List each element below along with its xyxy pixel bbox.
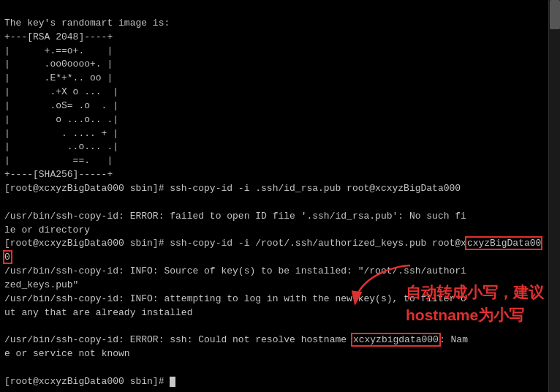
annotation-line1: 自动转成小写，建议 [406,282,544,304]
terminal-output: The key's randomart image is: +---[RSA 2… [0,0,548,392]
terminal-text: The key's randomart image is: +---[RSA 2… [4,18,541,387]
scrollbar-thumb[interactable] [550,0,560,29]
annotation-line2: hostname为小写 [406,304,544,326]
annotation-container: 自动转成小写，建议 hostname为小写 [406,282,544,326]
known-text: known [102,348,130,359]
scrollbar[interactable] [548,0,560,392]
highlight-command-box: cxyzBigData000 [4,238,541,263]
highlight-hostname: xcxyzbigdata000 [352,334,439,345]
terminal-cursor [170,377,175,387]
